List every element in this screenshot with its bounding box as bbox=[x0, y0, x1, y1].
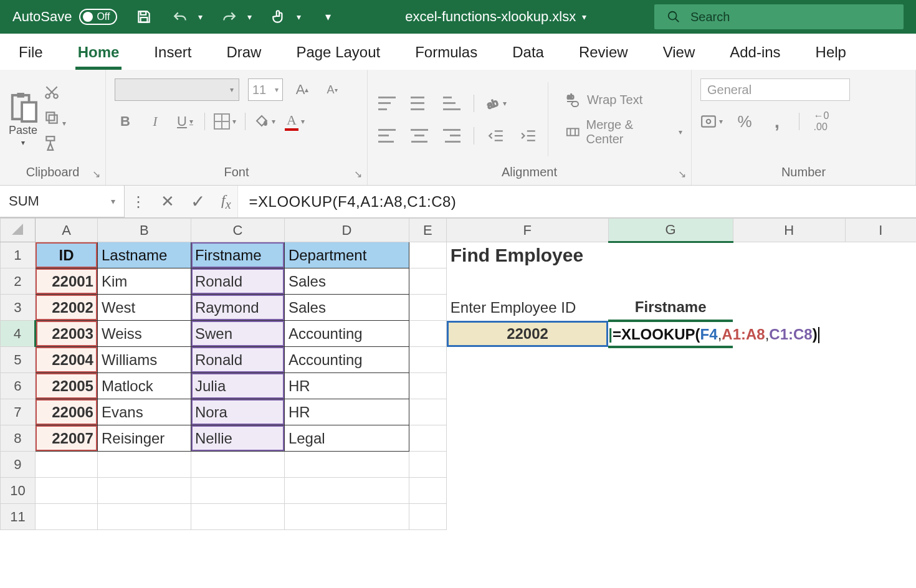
font-color-button[interactable]: A bbox=[284, 111, 305, 132]
align-top-button[interactable] bbox=[376, 93, 398, 114]
cell-f11[interactable] bbox=[446, 504, 608, 530]
undo-dropdown[interactable]: ▾ bbox=[198, 12, 203, 22]
cell-e5[interactable] bbox=[409, 347, 446, 373]
bold-button[interactable]: B bbox=[115, 111, 136, 132]
cell-i5[interactable] bbox=[845, 347, 916, 373]
cancel-formula-button[interactable]: ✕ bbox=[161, 192, 174, 211]
cell-g3[interactable]: Firstname bbox=[608, 295, 733, 321]
increase-indent-button[interactable] bbox=[518, 125, 539, 146]
cell-i8[interactable] bbox=[845, 425, 916, 452]
cell-h1[interactable] bbox=[733, 242, 845, 268]
tab-data[interactable]: Data bbox=[510, 37, 546, 70]
cell-i7[interactable] bbox=[845, 399, 916, 425]
col-header-h[interactable]: H bbox=[733, 219, 845, 242]
align-left-button[interactable] bbox=[376, 125, 398, 146]
cell-c11[interactable] bbox=[191, 504, 284, 530]
cell-f2[interactable] bbox=[446, 268, 608, 295]
cell-c8[interactable]: Nellie bbox=[191, 425, 284, 452]
tab-formulas[interactable]: Formulas bbox=[413, 37, 480, 70]
cell-h6[interactable] bbox=[733, 373, 845, 399]
filename-dropdown-icon[interactable]: ▾ bbox=[582, 12, 586, 22]
align-center-button[interactable] bbox=[409, 125, 430, 146]
cell-i2[interactable] bbox=[845, 268, 916, 295]
undo-icon[interactable] bbox=[171, 7, 189, 26]
save-icon[interactable] bbox=[135, 7, 153, 26]
align-right-button[interactable] bbox=[441, 125, 462, 146]
cell-i4[interactable] bbox=[845, 321, 916, 347]
cell-a4[interactable]: 22003 bbox=[35, 321, 97, 347]
cell-c2[interactable]: Ronald bbox=[191, 268, 284, 295]
cell-c1[interactable]: Firstname bbox=[191, 242, 284, 268]
font-dialog-launcher-icon[interactable]: ↘ bbox=[354, 168, 362, 180]
cell-b1[interactable]: Lastname bbox=[97, 242, 191, 268]
col-header-b[interactable]: B bbox=[97, 219, 191, 242]
cell-c4[interactable]: Swen bbox=[191, 321, 284, 347]
cell-a3[interactable]: 22002 bbox=[35, 295, 97, 321]
autosave-toggle[interactable]: Off bbox=[79, 9, 117, 25]
formula-bar-input[interactable]: =XLOOKUP(F4,A1:A8,C1:C8) bbox=[238, 186, 916, 217]
cell-f3[interactable]: Enter Employee ID bbox=[446, 295, 608, 321]
cell-d1[interactable]: Department bbox=[284, 242, 409, 268]
search-box[interactable]: Search bbox=[654, 4, 904, 29]
tab-page-layout[interactable]: Page Layout bbox=[293, 37, 383, 70]
row-header-1[interactable]: 1 bbox=[1, 242, 36, 268]
cell-i11[interactable] bbox=[845, 504, 916, 530]
cell-g2[interactable] bbox=[608, 268, 733, 295]
cell-d11[interactable] bbox=[284, 504, 409, 530]
fill-color-button[interactable] bbox=[254, 111, 275, 132]
borders-button[interactable] bbox=[214, 111, 236, 132]
cell-g4[interactable]: |=XLOOKUP(F4,A1:A8,C1:C8) bbox=[608, 321, 733, 347]
align-bottom-button[interactable] bbox=[441, 93, 462, 114]
cell-e11[interactable] bbox=[409, 504, 446, 530]
cell-h5[interactable] bbox=[733, 347, 845, 373]
cell-f6[interactable] bbox=[446, 373, 608, 399]
cell-b3[interactable]: West bbox=[97, 295, 191, 321]
cell-b10[interactable] bbox=[97, 478, 191, 504]
cell-g11[interactable] bbox=[608, 504, 733, 530]
underline-button[interactable]: U bbox=[174, 111, 196, 132]
cell-g8[interactable] bbox=[608, 425, 733, 452]
cell-g9[interactable] bbox=[608, 452, 733, 478]
name-box-dropdown-icon[interactable]: ▾ bbox=[111, 196, 115, 206]
cell-c7[interactable]: Nora bbox=[191, 399, 284, 425]
cell-i6[interactable] bbox=[845, 373, 916, 399]
cell-i1[interactable] bbox=[845, 242, 916, 268]
worksheet-grid[interactable]: A B C D E F G H I 1 ID Lastname Firstnam… bbox=[0, 218, 916, 530]
cell-d4[interactable]: Accounting bbox=[284, 321, 409, 347]
qat-customize-icon[interactable]: ▾ bbox=[318, 7, 337, 26]
cell-i3[interactable] bbox=[845, 295, 916, 321]
cell-g6[interactable] bbox=[608, 373, 733, 399]
cell-a1[interactable]: ID bbox=[35, 242, 97, 268]
redo-icon[interactable] bbox=[220, 7, 239, 26]
decrease-indent-button[interactable] bbox=[485, 125, 507, 146]
cell-g7[interactable] bbox=[608, 399, 733, 425]
row-header-3[interactable]: 3 bbox=[1, 295, 36, 321]
cell-e3[interactable] bbox=[409, 295, 446, 321]
cell-d10[interactable] bbox=[284, 478, 409, 504]
cell-d5[interactable]: Accounting bbox=[284, 347, 409, 373]
insert-function-button[interactable]: fx bbox=[221, 192, 231, 212]
row-header-8[interactable]: 8 bbox=[1, 425, 36, 452]
cell-d6[interactable]: HR bbox=[284, 373, 409, 399]
tab-file[interactable]: File bbox=[16, 37, 45, 70]
cell-d3[interactable]: Sales bbox=[284, 295, 409, 321]
accounting-format-button[interactable] bbox=[700, 111, 723, 132]
col-header-i[interactable]: I bbox=[845, 219, 916, 242]
cell-g10[interactable] bbox=[608, 478, 733, 504]
cell-b5[interactable]: Williams bbox=[97, 347, 191, 373]
cell-e2[interactable] bbox=[409, 268, 446, 295]
cell-f5[interactable] bbox=[446, 347, 608, 373]
cell-e9[interactable] bbox=[409, 452, 446, 478]
align-middle-button[interactable] bbox=[409, 93, 430, 114]
cell-a11[interactable] bbox=[35, 504, 97, 530]
tab-home[interactable]: Home bbox=[75, 37, 122, 70]
number-format-select[interactable]: General bbox=[700, 78, 850, 101]
cell-b6[interactable]: Matlock bbox=[97, 373, 191, 399]
row-header-11[interactable]: 11 bbox=[1, 504, 36, 530]
cell-h7[interactable] bbox=[733, 399, 845, 425]
col-header-a[interactable]: A bbox=[35, 219, 97, 242]
merge-center-button[interactable]: Merge & Center ▾ bbox=[566, 118, 682, 146]
row-header-5[interactable]: 5 bbox=[1, 347, 36, 373]
italic-button[interactable]: I bbox=[145, 111, 166, 132]
cell-e1[interactable] bbox=[409, 242, 446, 268]
